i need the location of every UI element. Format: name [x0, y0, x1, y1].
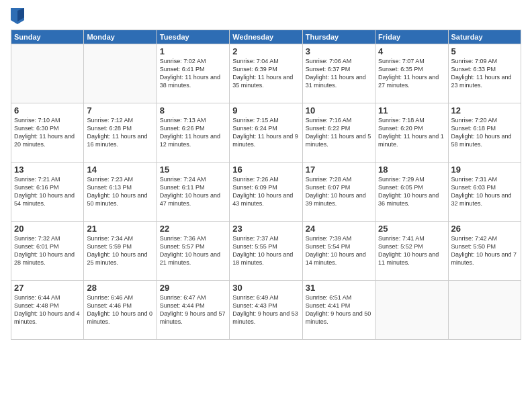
day-number: 15	[160, 165, 226, 175]
day-header-wednesday: Wednesday	[230, 30, 302, 44]
logo	[11, 8, 26, 24]
calendar-cell: 5Sunrise: 7:09 AM Sunset: 6:33 PM Daylig…	[448, 44, 521, 103]
day-info: Sunrise: 7:31 AM Sunset: 6:03 PM Dayligh…	[451, 175, 518, 208]
day-info: Sunrise: 7:29 AM Sunset: 6:05 PM Dayligh…	[378, 175, 445, 208]
day-info: Sunrise: 6:44 AM Sunset: 4:48 PM Dayligh…	[14, 293, 81, 326]
calendar-cell: 16Sunrise: 7:26 AM Sunset: 6:09 PM Dayli…	[230, 163, 302, 222]
day-header-thursday: Thursday	[302, 30, 375, 44]
day-info: Sunrise: 6:49 AM Sunset: 4:43 PM Dayligh…	[232, 293, 299, 326]
day-number: 27	[14, 283, 81, 293]
calendar: SundayMondayTuesdayWednesdayThursdayFrid…	[11, 30, 521, 340]
day-number: 14	[87, 165, 153, 175]
calendar-cell: 7Sunrise: 7:12 AM Sunset: 6:28 PM Daylig…	[84, 103, 157, 163]
calendar-cell: 15Sunrise: 7:24 AM Sunset: 6:11 PM Dayli…	[157, 163, 229, 222]
day-info: Sunrise: 7:07 AM Sunset: 6:35 PM Dayligh…	[378, 57, 445, 90]
calendar-cell: 26Sunrise: 7:42 AM Sunset: 5:50 PM Dayli…	[448, 222, 521, 281]
day-number: 19	[451, 165, 518, 175]
calendar-cell: 28Sunrise: 6:46 AM Sunset: 4:46 PM Dayli…	[84, 281, 157, 340]
day-number: 10	[306, 105, 372, 116]
day-number: 17	[306, 165, 372, 175]
day-info: Sunrise: 7:04 AM Sunset: 6:39 PM Dayligh…	[232, 57, 299, 90]
day-header-monday: Monday	[84, 30, 157, 44]
day-info: Sunrise: 7:28 AM Sunset: 6:07 PM Dayligh…	[306, 175, 372, 208]
day-number: 11	[378, 105, 445, 116]
day-info: Sunrise: 7:02 AM Sunset: 6:41 PM Dayligh…	[160, 57, 226, 90]
day-info: Sunrise: 7:09 AM Sunset: 6:33 PM Dayligh…	[451, 57, 518, 90]
calendar-week-2: 6Sunrise: 7:10 AM Sunset: 6:30 PM Daylig…	[11, 103, 521, 163]
day-info: Sunrise: 7:32 AM Sunset: 6:01 PM Dayligh…	[14, 234, 81, 267]
calendar-cell: 2Sunrise: 7:04 AM Sunset: 6:39 PM Daylig…	[230, 44, 302, 103]
calendar-cell	[375, 281, 448, 340]
day-info: Sunrise: 7:36 AM Sunset: 5:57 PM Dayligh…	[160, 234, 226, 267]
day-info: Sunrise: 7:34 AM Sunset: 5:59 PM Dayligh…	[87, 234, 153, 267]
calendar-header-row: SundayMondayTuesdayWednesdayThursdayFrid…	[11, 30, 521, 44]
day-info: Sunrise: 7:18 AM Sunset: 6:20 PM Dayligh…	[378, 116, 445, 149]
calendar-cell: 3Sunrise: 7:06 AM Sunset: 6:37 PM Daylig…	[302, 44, 375, 103]
day-info: Sunrise: 7:13 AM Sunset: 6:26 PM Dayligh…	[160, 116, 226, 149]
day-number: 5	[451, 46, 518, 56]
day-number: 31	[306, 283, 372, 293]
day-number: 6	[14, 105, 81, 116]
calendar-cell	[84, 44, 157, 103]
calendar-cell: 21Sunrise: 7:34 AM Sunset: 5:59 PM Dayli…	[84, 222, 157, 281]
logo-icon	[11, 8, 24, 24]
calendar-cell: 12Sunrise: 7:20 AM Sunset: 6:18 PM Dayli…	[448, 103, 521, 163]
calendar-cell: 27Sunrise: 6:44 AM Sunset: 4:48 PM Dayli…	[11, 281, 84, 340]
day-number: 24	[306, 224, 372, 234]
day-number: 7	[87, 105, 153, 116]
day-info: Sunrise: 6:51 AM Sunset: 4:41 PM Dayligh…	[306, 293, 372, 326]
day-info: Sunrise: 7:15 AM Sunset: 6:24 PM Dayligh…	[232, 116, 299, 149]
day-number: 16	[232, 165, 299, 175]
day-number: 8	[160, 105, 226, 116]
day-number: 23	[232, 224, 299, 234]
calendar-week-5: 27Sunrise: 6:44 AM Sunset: 4:48 PM Dayli…	[11, 281, 521, 340]
day-number: 13	[14, 165, 81, 175]
day-info: Sunrise: 7:37 AM Sunset: 5:55 PM Dayligh…	[232, 234, 299, 267]
day-number: 4	[378, 46, 445, 56]
calendar-cell: 10Sunrise: 7:16 AM Sunset: 6:22 PM Dayli…	[302, 103, 375, 163]
calendar-cell: 4Sunrise: 7:07 AM Sunset: 6:35 PM Daylig…	[375, 44, 448, 103]
day-number: 2	[232, 46, 299, 56]
day-number: 12	[451, 105, 518, 116]
day-info: Sunrise: 7:42 AM Sunset: 5:50 PM Dayligh…	[451, 234, 518, 267]
header	[11, 8, 521, 24]
day-info: Sunrise: 6:47 AM Sunset: 4:44 PM Dayligh…	[160, 293, 226, 326]
day-info: Sunrise: 7:16 AM Sunset: 6:22 PM Dayligh…	[306, 116, 372, 149]
day-info: Sunrise: 7:21 AM Sunset: 6:16 PM Dayligh…	[14, 175, 81, 208]
page: SundayMondayTuesdayWednesdayThursdayFrid…	[0, 0, 532, 411]
day-info: Sunrise: 6:46 AM Sunset: 4:46 PM Dayligh…	[87, 293, 153, 326]
day-info: Sunrise: 7:39 AM Sunset: 5:54 PM Dayligh…	[306, 234, 372, 267]
day-number: 20	[14, 224, 81, 234]
day-header-saturday: Saturday	[448, 30, 521, 44]
day-header-friday: Friday	[375, 30, 448, 44]
day-info: Sunrise: 7:06 AM Sunset: 6:37 PM Dayligh…	[306, 57, 372, 90]
calendar-cell: 23Sunrise: 7:37 AM Sunset: 5:55 PM Dayli…	[230, 222, 302, 281]
calendar-cell: 24Sunrise: 7:39 AM Sunset: 5:54 PM Dayli…	[302, 222, 375, 281]
day-info: Sunrise: 7:23 AM Sunset: 6:13 PM Dayligh…	[87, 175, 153, 208]
calendar-cell: 17Sunrise: 7:28 AM Sunset: 6:07 PM Dayli…	[302, 163, 375, 222]
calendar-cell: 19Sunrise: 7:31 AM Sunset: 6:03 PM Dayli…	[448, 163, 521, 222]
calendar-cell: 30Sunrise: 6:49 AM Sunset: 4:43 PM Dayli…	[230, 281, 302, 340]
calendar-cell: 8Sunrise: 7:13 AM Sunset: 6:26 PM Daylig…	[157, 103, 229, 163]
day-number: 1	[160, 46, 226, 56]
day-info: Sunrise: 7:10 AM Sunset: 6:30 PM Dayligh…	[14, 116, 81, 149]
calendar-cell: 9Sunrise: 7:15 AM Sunset: 6:24 PM Daylig…	[230, 103, 302, 163]
day-number: 3	[306, 46, 372, 56]
calendar-week-4: 20Sunrise: 7:32 AM Sunset: 6:01 PM Dayli…	[11, 222, 521, 281]
day-info: Sunrise: 7:41 AM Sunset: 5:52 PM Dayligh…	[378, 234, 445, 267]
day-number: 29	[160, 283, 226, 293]
calendar-cell: 31Sunrise: 6:51 AM Sunset: 4:41 PM Dayli…	[302, 281, 375, 340]
calendar-cell	[448, 281, 521, 340]
calendar-cell: 18Sunrise: 7:29 AM Sunset: 6:05 PM Dayli…	[375, 163, 448, 222]
day-info: Sunrise: 7:12 AM Sunset: 6:28 PM Dayligh…	[87, 116, 153, 149]
day-info: Sunrise: 7:20 AM Sunset: 6:18 PM Dayligh…	[451, 116, 518, 149]
day-header-sunday: Sunday	[11, 30, 84, 44]
day-number: 26	[451, 224, 518, 234]
day-header-tuesday: Tuesday	[157, 30, 229, 44]
calendar-cell: 13Sunrise: 7:21 AM Sunset: 6:16 PM Dayli…	[11, 163, 84, 222]
day-number: 30	[232, 283, 299, 293]
day-number: 25	[378, 224, 445, 234]
calendar-week-3: 13Sunrise: 7:21 AM Sunset: 6:16 PM Dayli…	[11, 163, 521, 222]
calendar-cell: 1Sunrise: 7:02 AM Sunset: 6:41 PM Daylig…	[157, 44, 229, 103]
calendar-cell	[11, 44, 84, 103]
